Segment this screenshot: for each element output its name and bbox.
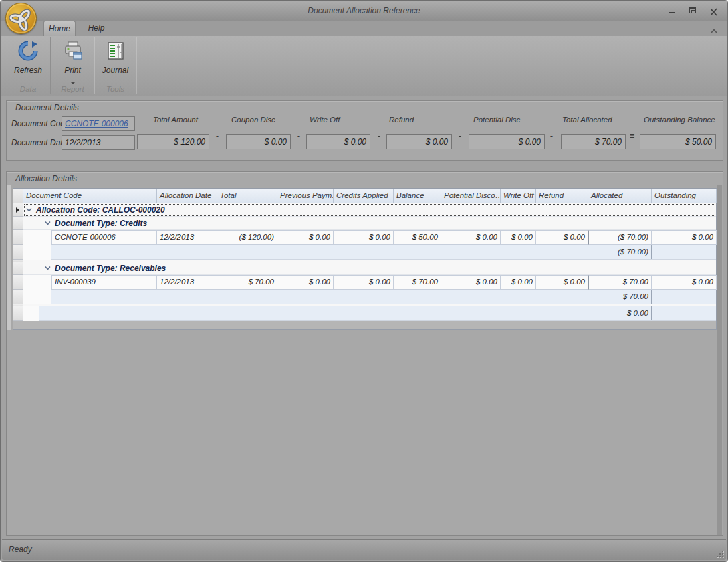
resize-grip[interactable] [715,549,723,557]
allocation-code-group-label: Allocation Code: CALLOC-000020 [36,205,165,215]
collapse-ribbon-button[interactable] [710,25,718,32]
cell-write-off[interactable]: $ 0.00 [501,230,536,245]
cell-write-off[interactable]: $ 0.00 [501,275,536,290]
cell-document-code[interactable]: INV-000039 [51,275,157,290]
credits-group-label: Document Type: Credits [55,219,147,228]
total-amount-field: $ 120.00 [137,134,209,149]
outstanding-balance-field: $ 50.00 [640,134,716,149]
document-code-link[interactable]: CCNOTE-000006 [65,119,128,128]
cell-refund[interactable]: $ 0.00 [536,275,588,290]
row-indicator [13,262,23,275]
coupon-disc-label: Coupon Disc [231,116,275,124]
current-row-arrow-icon [16,207,19,213]
column-header-allocated[interactable]: Allocated [588,189,652,203]
column-header-total[interactable]: Total [217,189,277,203]
table-row-receivable[interactable]: INV-000039 12/2/2013 $ 70.00 $ 0.00 $ 0.… [13,275,716,290]
cell-total[interactable]: ($ 120.00) [217,230,277,245]
chevron-down-icon[interactable] [45,266,51,270]
allocation-details-panel: Allocation Details Document Code Allocat… [6,171,723,536]
maximize-icon [689,7,696,13]
row-indicator [13,290,23,304]
application-menu-button[interactable] [5,3,37,34]
operator: - [459,132,461,141]
column-header-credits-applied[interactable]: Credits Applied [334,189,394,203]
cell-previous-payments[interactable]: $ 0.00 [277,230,334,245]
operator: - [216,132,219,141]
chevron-down-icon[interactable] [45,221,51,225]
potential-disc-field: $ 0.00 [469,134,545,149]
total-amount-label: Total Amount [153,116,198,124]
minimize-button[interactable] [668,7,677,15]
ribbon-group-tools: Journal Tools [95,37,136,94]
cell-potential-discount[interactable]: $ 0.00 [441,275,501,290]
chevron-down-icon[interactable] [26,207,32,212]
cell-document-code[interactable]: CCNOTE-000006 [51,230,157,245]
print-button[interactable]: Print [51,37,94,87]
write-off-label: Write Off [310,116,340,124]
cell-total[interactable]: $ 70.00 [217,275,277,290]
maximize-button[interactable] [689,7,697,15]
column-header-refund[interactable]: Refund [536,189,588,203]
table-row-credit[interactable]: CCNOTE-000006 12/2/2013 ($ 120.00) $ 0.0… [13,230,716,245]
cell-allocation-date[interactable]: 12/2/2013 [157,230,217,245]
close-button[interactable] [709,7,718,15]
group-row-receivables[interactable]: Document Type: Receivables [13,262,716,275]
subtotal-row-credits: ($ 70.00) [13,245,716,260]
tab-help[interactable]: Help [80,21,112,36]
group-row-allocation-code[interactable]: Allocation Code: CALLOC-000020 [13,203,716,217]
column-header-previous-payments[interactable]: Previous Paym… [277,189,334,203]
window-title: Document Allocation Reference [1,1,727,21]
operator: - [550,132,553,141]
cell-allocated[interactable]: ($ 70.00) [588,230,652,245]
ribbon-group-report: Print Report [51,37,94,94]
cell-outstanding[interactable]: $ 0.00 [652,230,717,245]
column-header-outstanding[interactable]: Outstanding [652,189,717,203]
group-row-credits[interactable]: Document Type: Credits [13,217,716,230]
ribbon: Refresh Data Print Re [1,36,727,96]
document-code-label: Document Code [11,119,70,128]
cell-allocated[interactable]: $ 70.00 [588,275,652,290]
row-indicator [13,306,23,321]
panel-inner-shadow [717,185,722,535]
tab-home[interactable]: Home [43,21,76,36]
indent [23,230,51,245]
group-label-report: Report [51,85,94,93]
grand-total-row: $ 0.00 [13,306,716,321]
ribbon-tab-row: Home Help [1,21,727,36]
refresh-button[interactable]: Refresh [6,37,50,75]
column-header-write-off[interactable]: Write Off [501,189,536,203]
column-header-potential-discount[interactable]: Potential Disco… [441,189,501,203]
row-indicator [13,245,23,260]
divider [7,114,722,114]
cell-credits-applied[interactable]: $ 0.00 [334,275,394,290]
refund-field: $ 0.00 [386,134,452,149]
panel-inner-highlight [7,185,11,330]
allocation-grid: Document Code Allocation Date Total Prev… [13,188,717,330]
operator: - [378,132,380,141]
cell-outstanding[interactable]: $ 0.00 [652,275,717,290]
indent [23,290,51,304]
potential-disc-label: Potential Disc [473,116,520,124]
column-header-document-code[interactable]: Document Code [23,189,157,203]
document-code-field: CCNOTE-000006 [62,116,135,131]
title-bar: Document Allocation Reference [1,1,727,21]
cell-balance[interactable]: $ 50.00 [394,230,441,245]
app-window: Document Allocation Reference [0,0,728,562]
cell-potential-discount[interactable]: $ 0.00 [441,230,501,245]
cell-refund[interactable]: $ 0.00 [536,230,588,245]
row-indicator [13,230,23,245]
cell-credits-applied[interactable]: $ 0.00 [334,230,394,245]
subtotal-row-receivables: $ 70.00 [13,290,716,304]
document-date-field[interactable]: 12/2/2013 [62,135,135,150]
journal-button[interactable]: Journal [95,37,136,75]
column-header-balance[interactable]: Balance [394,189,441,203]
group-label-data: Data [6,85,50,93]
cell-previous-payments[interactable]: $ 0.00 [277,275,334,290]
cell-balance[interactable]: $ 70.00 [394,275,441,290]
print-dropdown-arrow-icon[interactable] [70,82,76,84]
column-header-allocation-date[interactable]: Allocation Date [157,189,217,203]
allocation-details-title: Allocation Details [15,174,77,183]
row-indicator [13,275,23,290]
cell-allocation-date[interactable]: 12/2/2013 [157,275,217,290]
grand-total-allocated: $ 0.00 [39,306,652,320]
